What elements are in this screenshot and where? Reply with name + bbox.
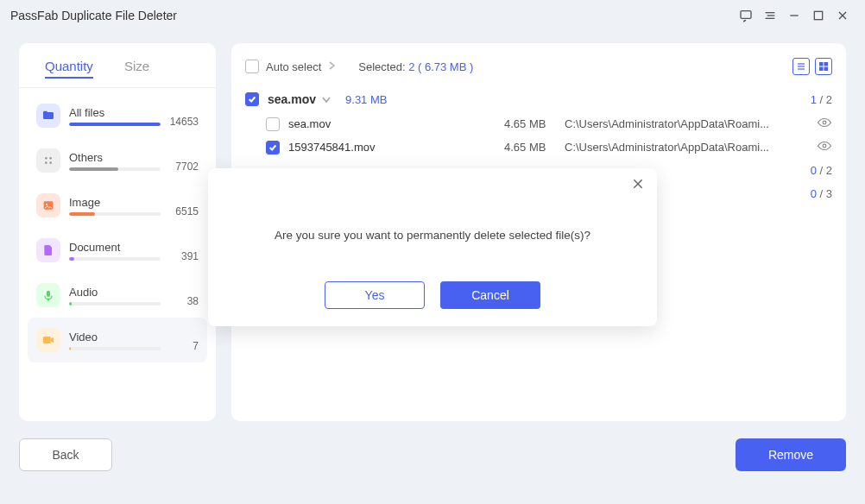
video-icon [36, 328, 60, 352]
group-checkbox[interactable] [245, 92, 259, 106]
svg-rect-20 [820, 63, 824, 66]
category-count: 7702 [161, 148, 199, 173]
group-header[interactable]: sea.mov 9.31 MB 1 / 2 [245, 86, 832, 112]
svg-rect-16 [43, 337, 51, 343]
category-label: Document [69, 241, 161, 254]
back-button[interactable]: Back [19, 438, 112, 471]
preview-icon[interactable] [817, 140, 832, 154]
app-title: PassFab Duplicate File Deleter [10, 9, 177, 22]
dialog-close-icon[interactable] [631, 177, 645, 194]
file-checkbox[interactable] [266, 141, 280, 154]
maximize-icon[interactable] [806, 3, 830, 28]
auto-select-checkbox[interactable] [245, 60, 259, 73]
category-label: Video [69, 331, 161, 343]
auto-select-label: Auto select [266, 60, 321, 73]
category-label: All files [69, 106, 161, 119]
file-row[interactable]: 1593745841.mov 4.65 MB C:\Users\Administ… [245, 135, 832, 159]
dialog-message: Are you sure you want to permanently del… [224, 229, 641, 242]
category-count: 391 [161, 238, 199, 262]
category-label: Others [69, 151, 161, 164]
group-count: 1 / 2 [811, 93, 832, 106]
tab-quantity[interactable]: Quantity [45, 59, 93, 79]
svg-point-9 [49, 157, 52, 160]
selected-summary: Selected: 2 ( 6.73 MB ) [358, 60, 473, 73]
svg-point-8 [45, 157, 47, 160]
category-count: 6515 [161, 193, 199, 217]
file-row[interactable]: sea.mov 4.65 MB C:\Users\Administrator\A… [245, 112, 832, 135]
preview-icon[interactable] [817, 117, 832, 131]
minimize-icon[interactable] [782, 3, 806, 28]
doc-icon [36, 238, 60, 262]
audio-icon [36, 283, 60, 307]
file-size: 4.65 MB [504, 141, 565, 154]
svg-point-10 [45, 161, 47, 164]
category-label: Audio [69, 286, 161, 299]
feedback-icon[interactable] [734, 3, 758, 28]
group-size: 9.31 MB [345, 93, 387, 106]
remove-button[interactable]: Remove [736, 438, 846, 471]
svg-rect-5 [814, 11, 822, 19]
category-label: Image [69, 196, 161, 209]
tab-size[interactable]: Size [124, 59, 149, 79]
menu-icon[interactable] [758, 3, 782, 28]
svg-point-24 [823, 121, 826, 124]
grid-icon [36, 148, 60, 173]
svg-point-11 [49, 161, 52, 164]
sidebar-item-video[interactable]: Video 7 [28, 318, 207, 362]
image-icon [36, 193, 60, 217]
file-name: sea.mov [288, 117, 504, 130]
svg-point-13 [46, 204, 47, 205]
category-count: 38 [161, 283, 199, 307]
chevron-down-icon[interactable] [321, 91, 331, 107]
file-name: 1593745841.mov [288, 141, 504, 154]
grid-view-icon[interactable] [815, 58, 832, 75]
sidebar-item-document[interactable]: Document 391 [28, 228, 207, 273]
cancel-button[interactable]: Cancel [440, 281, 540, 309]
svg-rect-23 [824, 67, 828, 71]
svg-rect-21 [824, 63, 828, 66]
category-count: 14653 [161, 104, 199, 128]
file-path: C:\Users\Administrator\AppData\Roami... [565, 117, 810, 130]
group-count: 0 / 2 [811, 164, 832, 177]
confirm-dialog: Are you sure you want to permanently del… [208, 168, 657, 326]
sidebar-item-image[interactable]: Image 6515 [28, 183, 207, 228]
sidebar-item-others[interactable]: Others 7702 [28, 138, 207, 183]
sidebar: Quantity Size All files 14653 Others 770… [19, 43, 216, 421]
list-view-icon[interactable] [792, 58, 810, 75]
svg-rect-22 [820, 67, 824, 71]
folder-icon [36, 104, 60, 128]
file-size: 4.65 MB [504, 117, 565, 130]
sidebar-item-audio[interactable]: Audio 38 [28, 273, 207, 318]
divider [19, 87, 216, 88]
file-checkbox[interactable] [266, 117, 280, 131]
chevron-right-icon[interactable] [328, 59, 336, 74]
titlebar: PassFab Duplicate File Deleter [0, 0, 865, 31]
group-count: 0 / 3 [811, 187, 832, 200]
svg-point-25 [823, 144, 826, 148]
close-icon[interactable] [830, 3, 855, 28]
category-count: 7 [161, 328, 199, 352]
svg-rect-14 [47, 291, 50, 297]
svg-rect-0 [741, 11, 751, 19]
sidebar-item-all-files[interactable]: All files 14653 [28, 93, 207, 138]
group-name: sea.mov [268, 92, 316, 106]
file-path: C:\Users\Administrator\AppData\Roami... [565, 141, 810, 154]
yes-button[interactable]: Yes [325, 281, 425, 309]
